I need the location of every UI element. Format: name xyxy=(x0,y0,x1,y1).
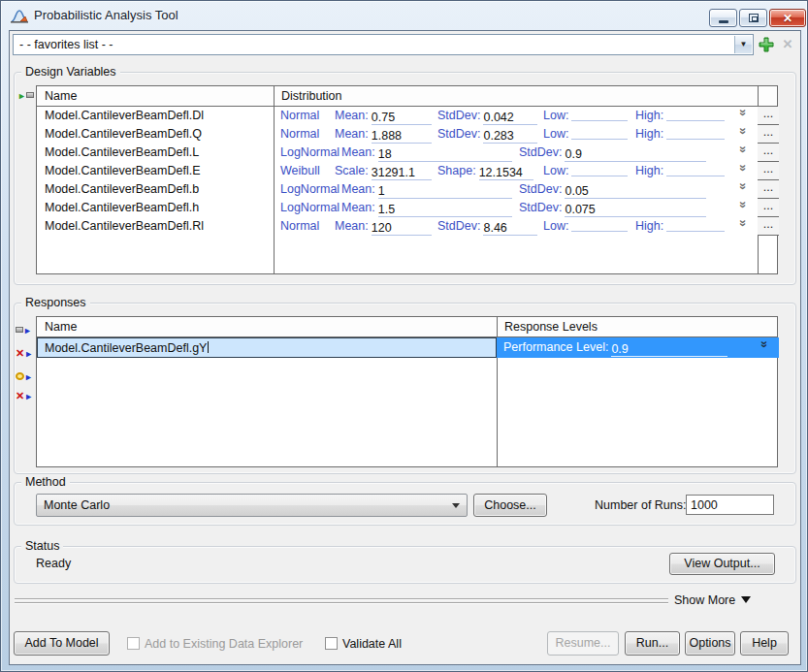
chevron-down-icon[interactable]: » xyxy=(758,341,771,354)
variable-name[interactable]: Model.CantileverBeamDefl.Dl xyxy=(37,107,274,125)
variable-name[interactable]: Model.CantileverBeamDefl.L xyxy=(37,144,274,162)
number-of-runs-input[interactable] xyxy=(686,495,774,515)
close-icon: ✕ xyxy=(770,12,805,25)
param-stddev[interactable]: StdDev:0.283 xyxy=(437,125,537,144)
chevron-down-icon[interactable]: » xyxy=(736,183,750,196)
response-name[interactable]: Model.CantileverBeamDefl.gY xyxy=(37,337,497,358)
design-variables-title: Design Variables xyxy=(21,65,120,79)
red-x-icon: ✕ xyxy=(16,348,24,358)
variable-name[interactable]: Model.CantileverBeamDefl.h xyxy=(37,199,274,217)
edit-variable-button[interactable]: ... xyxy=(758,107,779,125)
param-mean[interactable]: Mean:1 xyxy=(341,180,512,199)
variable-name[interactable]: Model.CantileverBeamDefl.Q xyxy=(37,125,274,144)
param-low[interactable]: Low: xyxy=(543,162,628,180)
edit-variable-button[interactable]: ... xyxy=(758,217,779,236)
column-header-distribution: Distribution xyxy=(274,86,758,106)
param-high[interactable]: High: xyxy=(635,107,725,125)
distribution-type[interactable]: LogNormal xyxy=(280,144,339,162)
method-combobox[interactable]: Monte Carlo xyxy=(36,494,468,517)
performance-level-value[interactable]: 0.9 xyxy=(611,341,727,357)
add-variable-icon[interactable]: ► xyxy=(17,88,37,102)
choose-method-button[interactable]: Choose... xyxy=(473,494,547,517)
variable-name[interactable]: Model.CantileverBeamDefl.b xyxy=(37,180,274,199)
param-high[interactable]: High: xyxy=(635,162,725,180)
status-text: Ready xyxy=(36,557,71,570)
param-mean[interactable]: Mean:120 xyxy=(335,217,432,236)
variable-distribution-cell[interactable]: Weibull Scale:31291.1 Shape:12.1534 Low:… xyxy=(274,162,758,180)
distribution-type[interactable]: Normal xyxy=(280,217,319,236)
distribution-type[interactable]: LogNormal xyxy=(280,180,339,199)
param-stddev[interactable]: StdDev:8.46 xyxy=(437,217,537,236)
close-button[interactable]: ✕ xyxy=(769,9,806,27)
variable-distribution-cell[interactable]: Normal Mean:1.888 StdDev:0.283 Low: High… xyxy=(274,125,758,144)
options-button[interactable]: Options xyxy=(685,631,735,656)
chevron-down-icon[interactable]: » xyxy=(736,128,750,141)
favorites-combobox[interactable]: - - favorites list - - ▼ xyxy=(13,34,754,55)
param-shape[interactable]: Shape:12.1534 xyxy=(437,162,533,180)
table-row: Model.CantileverBeamDefl.h LogNormal Mea… xyxy=(37,199,777,217)
distribution-type[interactable]: LogNormal xyxy=(280,199,339,217)
distribution-type[interactable]: Normal xyxy=(280,107,319,125)
run-button[interactable]: Run... xyxy=(625,631,680,656)
favorites-dropdown-button[interactable]: ▼ xyxy=(734,36,752,53)
variable-distribution-cell[interactable]: LogNormal Mean:1 StdDev:0.05 » xyxy=(274,180,758,199)
param-stddev[interactable]: StdDev:0.075 xyxy=(519,199,706,217)
variable-name[interactable]: Model.CantileverBeamDefl.E xyxy=(37,162,274,180)
param-stddev[interactable]: StdDev:0.9 xyxy=(519,144,706,162)
variable-distribution-cell[interactable]: LogNormal Mean:1.5 StdDev:0.075 » xyxy=(274,199,758,217)
add-favorite-button[interactable] xyxy=(758,36,775,53)
param-stddev[interactable]: StdDev:0.05 xyxy=(519,180,706,199)
variable-distribution-cell[interactable]: LogNormal Mean:18 StdDev:0.9 » xyxy=(274,144,758,162)
param-low[interactable]: Low: xyxy=(543,217,628,236)
add-to-model-button[interactable]: Add To Model xyxy=(14,631,110,656)
remove-response-icon[interactable]: ✕► xyxy=(16,346,35,360)
method-selected-value: Monte Carlo xyxy=(44,498,110,512)
param-mean[interactable]: Mean:1.888 xyxy=(335,125,432,144)
edit-variable-button[interactable]: ... xyxy=(758,162,779,180)
chevron-down-icon[interactable]: » xyxy=(736,110,750,122)
param-low[interactable]: Low: xyxy=(543,107,628,125)
validate-all-checkbox[interactable] xyxy=(325,637,338,650)
chevron-down-icon[interactable]: » xyxy=(736,146,750,159)
param-mean[interactable]: Mean:1.5 xyxy=(341,199,512,217)
param-mean[interactable]: Mean:18 xyxy=(341,144,512,162)
view-output-button[interactable]: View Output... xyxy=(669,553,775,575)
help-button[interactable]: Help xyxy=(740,631,789,656)
edit-variable-button[interactable]: ... xyxy=(758,125,779,144)
method-title: Method xyxy=(21,475,70,489)
param-mean[interactable]: Mean:0.75 xyxy=(335,107,432,125)
separator xyxy=(15,602,668,603)
param-high[interactable]: High: xyxy=(635,125,725,144)
param-stddev[interactable]: StdDev:0.042 xyxy=(437,107,537,125)
status-title: Status xyxy=(21,539,63,553)
edit-variable-button[interactable]: ... xyxy=(758,144,779,162)
chevron-down-icon[interactable]: » xyxy=(736,202,750,214)
edit-variable-button[interactable]: ... xyxy=(758,180,779,199)
show-more-toggle[interactable]: Show More xyxy=(674,593,783,611)
maximize-button[interactable] xyxy=(739,9,767,27)
green-arrow-icon: ► xyxy=(17,91,26,101)
blue-arrow-icon: ► xyxy=(24,392,33,401)
variable-distribution-cell[interactable]: Normal Mean:120 StdDev:8.46 Low: High: » xyxy=(274,217,758,236)
add-output-icon[interactable]: ► xyxy=(16,369,35,383)
resume-button[interactable]: Resume... xyxy=(547,631,619,656)
distribution-type[interactable]: Weibull xyxy=(280,162,320,180)
variable-distribution-cell[interactable]: Normal Mean:0.75 StdDev:0.042 Low: High:… xyxy=(274,107,758,125)
triangle-down-icon xyxy=(741,596,751,608)
remove-all-responses-icon[interactable]: ✕► xyxy=(16,389,35,402)
edit-variable-button[interactable]: ... xyxy=(758,199,779,217)
param-low[interactable]: Low: xyxy=(543,125,628,144)
param-high[interactable]: High: xyxy=(635,217,725,236)
chevron-down-icon[interactable]: » xyxy=(736,220,750,233)
add-response-icon[interactable]: ► xyxy=(16,323,35,336)
delete-favorite-button[interactable]: ✕ xyxy=(780,36,795,53)
variable-name[interactable]: Model.CantileverBeamDefl.Rl xyxy=(37,217,274,236)
chevron-down-icon[interactable]: » xyxy=(736,165,750,177)
response-level-cell[interactable]: Performance Level:0.9 » xyxy=(497,337,779,358)
add-existing-checkbox[interactable] xyxy=(127,637,140,650)
number-of-runs-label: Number of Runs: xyxy=(595,498,686,512)
titlebar[interactable]: Probabilistic Analysis Tool ✕ xyxy=(1,1,807,30)
param-scale[interactable]: Scale:31291.1 xyxy=(335,162,432,180)
distribution-type[interactable]: Normal xyxy=(280,125,319,144)
minimize-button[interactable] xyxy=(709,9,737,27)
